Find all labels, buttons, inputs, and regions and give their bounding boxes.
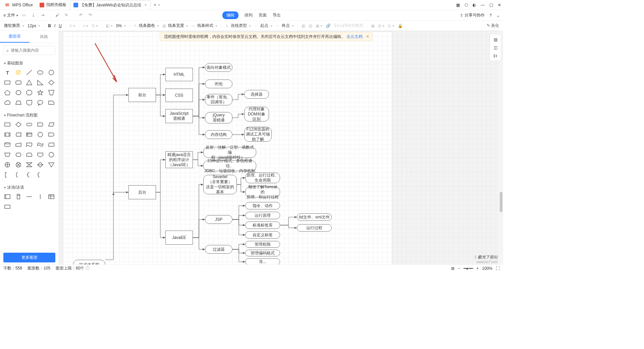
download-icon[interactable]: ⭳ <box>32 13 37 18</box>
fc-process[interactable] <box>3 121 12 128</box>
font-color-icon[interactable]: A ▾ <box>69 23 75 28</box>
fc-brace[interactable] <box>25 171 34 179</box>
fc-annotation[interactable] <box>3 171 12 179</box>
roundrect2-shape[interactable] <box>14 79 23 86</box>
share-button[interactable]: ⇪分享与协作 <box>460 12 485 18</box>
teardrop-shape[interactable] <box>25 99 34 106</box>
format-painter-icon[interactable]: 🖌 <box>55 13 61 18</box>
node-design[interactable]: 23种设计模式、多线程通信、 JDBC、垃圾回收、内存机制 <box>203 160 256 171</box>
vertical-scrollbar[interactable] <box>498 31 503 266</box>
link-icon[interactable]: 🔗 <box>326 23 331 28</box>
close-window-icon[interactable]: ✕ <box>498 3 501 7</box>
speech-shape[interactable] <box>36 99 45 106</box>
star-shape[interactable] <box>36 89 45 96</box>
fullscreen-icon[interactable]: ⛶ <box>496 266 500 271</box>
fill-color-icon[interactable]: ◧ ▾ <box>106 23 113 28</box>
tab-template[interactable]: 找稻壳模板 <box>36 0 70 10</box>
group-icon[interactable]: ▦ <box>302 23 305 28</box>
layout-icon[interactable]: ◫ <box>494 45 497 50</box>
redo-icon[interactable]: ↷ <box>89 13 94 18</box>
fit-icon[interactable]: ⊞ <box>451 266 454 271</box>
font-size[interactable]: 12px ▾ <box>28 23 40 28</box>
maximize-icon[interactable]: ▢ <box>489 3 493 7</box>
sl-single[interactable] <box>3 203 12 210</box>
cube-icon[interactable]: ⬡ <box>465 3 468 7</box>
italic-icon[interactable]: I <box>54 23 55 28</box>
fc-merge[interactable] <box>47 161 55 168</box>
node-reflect[interactable]: 反射、注解、泛型、函数式编 程（java8新特性）... <box>203 147 256 158</box>
line-color[interactable]: ✎ 线条颜色 ▾ <box>133 23 159 29</box>
line-spacing-icon[interactable]: ⇅ ▾ <box>92 23 98 28</box>
search-input[interactable] <box>11 48 52 53</box>
node-selector[interactable]: 选择器 <box>244 90 269 99</box>
fc-bracket[interactable] <box>14 171 23 179</box>
close-icon[interactable]: × <box>145 3 147 7</box>
fc-predefined[interactable] <box>3 131 12 138</box>
node-yl[interactable]: 运行原理 <box>245 212 280 219</box>
node-event[interactable]: 事件（冒泡、 回调等） <box>205 94 232 105</box>
fc-collate[interactable] <box>25 161 34 168</box>
canvas-area[interactable]: 前台 后台 技术体系图 HTML CSS JavaScript 需精通 面向对象… <box>59 31 503 266</box>
fc-manual-input[interactable] <box>14 141 23 148</box>
node-tag[interactable]: 标准标签库 <box>245 221 280 229</box>
category-flowchart[interactable]: Flowchart 流程图 <box>0 110 59 119</box>
node-enc[interactable]: 管理编码格式 <box>245 250 280 256</box>
page-menu[interactable]: 页面 <box>259 12 267 18</box>
scrollbar-thumb[interactable] <box>500 192 502 212</box>
node-perm[interactable]: 管理权限 <box>245 241 280 248</box>
pentagon-shape[interactable] <box>3 89 12 96</box>
font-family[interactable]: 微软雅黑 ▾ <box>4 23 24 29</box>
zoom-slider[interactable]: ━●━━ <box>464 266 473 271</box>
node-html[interactable]: HTML <box>165 68 193 81</box>
sl-sep[interactable] <box>25 193 34 200</box>
node-front[interactable]: 前台 <box>128 88 156 102</box>
chart-icon[interactable]: ⫿⫾ <box>493 53 497 58</box>
edit-mode-button[interactable]: 编辑 <box>222 11 238 19</box>
edit-icon[interactable]: ✎ <box>65 13 70 18</box>
fc-brace2[interactable] <box>36 171 45 179</box>
node-f12[interactable]: F12浏览器的 调试工具可辅 助了解 <box>244 127 272 142</box>
node-etc[interactable]: 等... <box>245 258 280 265</box>
category-swimlane[interactable]: 泳池/泳道 <box>0 182 59 192</box>
page-icon[interactable]: ▤ <box>494 37 497 42</box>
line-end[interactable]: → 终点 ▾ <box>276 23 294 29</box>
search-box[interactable]: ⌕ <box>3 46 55 55</box>
beautify-button[interactable]: ✎ 美化 <box>487 23 499 29</box>
right-triangle-shape[interactable] <box>36 79 45 86</box>
node-tomcat[interactable]: 顺便了解Tomcat的 原理、和运行过程 <box>245 187 280 197</box>
fc-manual-op[interactable] <box>3 151 12 158</box>
info-icon[interactable]: ⓘ <box>86 266 90 270</box>
fc-stored[interactable] <box>14 131 23 138</box>
fc-sort[interactable] <box>36 161 45 168</box>
node-javaee[interactable]: JavaEE <box>165 231 193 245</box>
fc-sum[interactable] <box>3 161 12 168</box>
align-icon[interactable]: ≡ ▾ <box>83 23 88 28</box>
node-custom[interactable]: 自定义标签 <box>245 231 280 239</box>
node-filter[interactable]: 过滤器 <box>205 245 232 254</box>
node-life[interactable]: 原理、运行过程、 生命周期 <box>245 172 280 183</box>
latex-button[interactable]: Σx LaTeX方程式 <box>334 23 363 29</box>
arrange-menu[interactable]: 排列 <box>245 12 253 18</box>
line-start[interactable]: ← 起点 ▾ <box>254 23 272 29</box>
circle-shape[interactable] <box>47 69 55 76</box>
node-oop[interactable]: 面向对象模式 <box>205 63 232 72</box>
fc-delay[interactable] <box>47 131 55 138</box>
lock-icon[interactable]: 🔒 <box>398 23 403 28</box>
tab-style[interactable]: 风格 <box>30 31 59 43</box>
node-closure[interactable]: 闭包 <box>205 80 232 88</box>
sl-sep-v[interactable] <box>36 193 45 200</box>
image-icon[interactable]: ▣ ▾ <box>316 23 322 28</box>
line-style[interactable]: ▭ 线条样式 ▾ <box>192 23 217 29</box>
card-shape[interactable] <box>47 99 55 106</box>
help-icon[interactable]: ? <box>489 13 492 18</box>
node-proxy[interactable]: 代理对象 DOM对象 区别 <box>244 107 269 121</box>
node-memory[interactable]: 内存结构 <box>205 130 232 139</box>
node-javase[interactable]: 精通java语言 的程序设计 （JavaSE） <box>165 151 193 168</box>
roundrect-shape[interactable] <box>36 69 45 76</box>
shield-shape[interactable] <box>47 89 55 96</box>
diamond-shape[interactable] <box>47 79 55 86</box>
grid-icon[interactable]: ▦ <box>456 3 460 7</box>
zoom-out-icon[interactable]: − <box>458 266 460 271</box>
node-back[interactable]: 后台 <box>128 185 156 199</box>
fc-terminator[interactable] <box>25 121 34 128</box>
